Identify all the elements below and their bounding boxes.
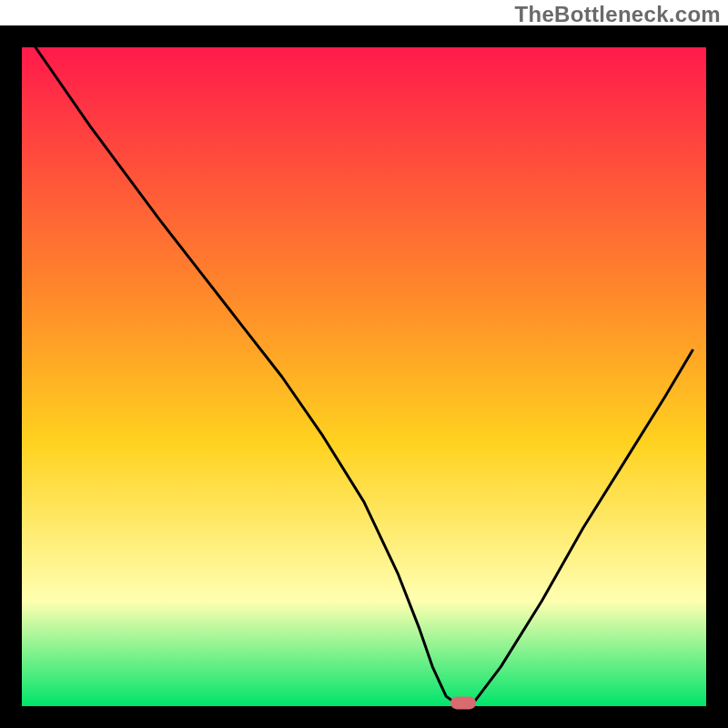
- optimum-marker: [450, 696, 476, 709]
- chart-frame: TheBottleneck.com: [0, 0, 728, 728]
- plot-border-top: [0, 25, 728, 47]
- watermark-text: TheBottleneck.com: [515, 2, 721, 27]
- plot-background: [22, 47, 706, 706]
- plot-border-left: [0, 25, 22, 728]
- plot-border-right: [706, 25, 728, 728]
- plot-border-bottom: [0, 706, 728, 728]
- bottleneck-chart: [0, 0, 728, 728]
